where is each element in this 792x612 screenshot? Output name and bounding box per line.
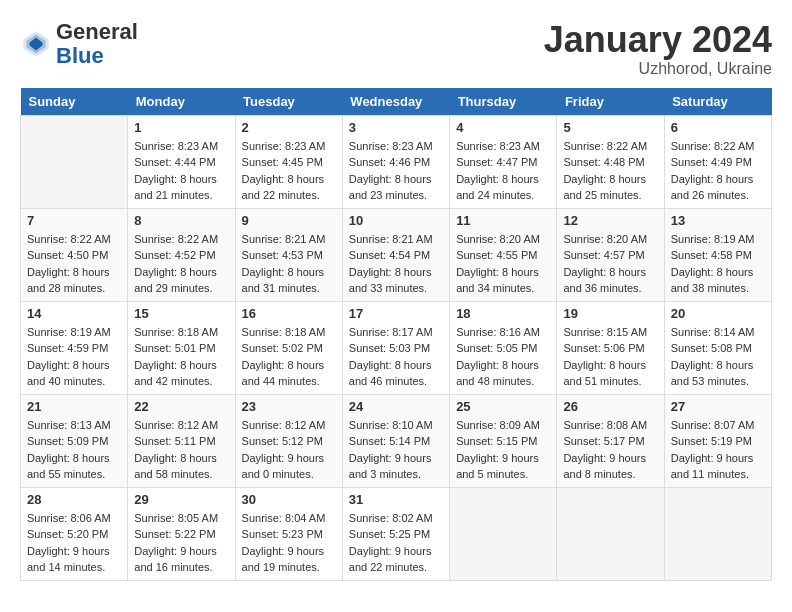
calendar-cell: 9 Sunrise: 8:21 AMSunset: 4:53 PMDayligh… <box>235 208 342 301</box>
calendar-cell <box>664 487 771 580</box>
day-info: Sunrise: 8:21 AMSunset: 4:54 PMDaylight:… <box>349 231 443 297</box>
week-row-3: 14 Sunrise: 8:19 AMSunset: 4:59 PMDaylig… <box>21 301 772 394</box>
day-number: 29 <box>134 492 228 507</box>
day-number: 3 <box>349 120 443 135</box>
day-info: Sunrise: 8:16 AMSunset: 5:05 PMDaylight:… <box>456 324 550 390</box>
day-number: 19 <box>563 306 657 321</box>
calendar-cell: 20 Sunrise: 8:14 AMSunset: 5:08 PMDaylig… <box>664 301 771 394</box>
day-number: 18 <box>456 306 550 321</box>
day-header-thursday: Thursday <box>450 88 557 116</box>
calendar-cell: 27 Sunrise: 8:07 AMSunset: 5:19 PMDaylig… <box>664 394 771 487</box>
week-row-4: 21 Sunrise: 8:13 AMSunset: 5:09 PMDaylig… <box>21 394 772 487</box>
day-number: 2 <box>242 120 336 135</box>
day-header-saturday: Saturday <box>664 88 771 116</box>
calendar-cell: 8 Sunrise: 8:22 AMSunset: 4:52 PMDayligh… <box>128 208 235 301</box>
calendar-cell: 15 Sunrise: 8:18 AMSunset: 5:01 PMDaylig… <box>128 301 235 394</box>
day-info: Sunrise: 8:13 AMSunset: 5:09 PMDaylight:… <box>27 417 121 483</box>
day-number: 31 <box>349 492 443 507</box>
day-number: 22 <box>134 399 228 414</box>
day-number: 1 <box>134 120 228 135</box>
week-row-2: 7 Sunrise: 8:22 AMSunset: 4:50 PMDayligh… <box>21 208 772 301</box>
logo-blue: Blue <box>56 43 104 68</box>
logo-icon <box>20 28 52 60</box>
day-info: Sunrise: 8:08 AMSunset: 5:17 PMDaylight:… <box>563 417 657 483</box>
day-number: 26 <box>563 399 657 414</box>
day-info: Sunrise: 8:02 AMSunset: 5:25 PMDaylight:… <box>349 510 443 576</box>
day-number: 17 <box>349 306 443 321</box>
day-header-wednesday: Wednesday <box>342 88 449 116</box>
day-number: 23 <box>242 399 336 414</box>
calendar-cell: 12 Sunrise: 8:20 AMSunset: 4:57 PMDaylig… <box>557 208 664 301</box>
day-number: 9 <box>242 213 336 228</box>
day-info: Sunrise: 8:10 AMSunset: 5:14 PMDaylight:… <box>349 417 443 483</box>
calendar-cell: 11 Sunrise: 8:20 AMSunset: 4:55 PMDaylig… <box>450 208 557 301</box>
calendar-cell: 5 Sunrise: 8:22 AMSunset: 4:48 PMDayligh… <box>557 115 664 208</box>
day-number: 4 <box>456 120 550 135</box>
day-number: 13 <box>671 213 765 228</box>
day-number: 11 <box>456 213 550 228</box>
day-info: Sunrise: 8:15 AMSunset: 5:06 PMDaylight:… <box>563 324 657 390</box>
day-info: Sunrise: 8:22 AMSunset: 4:49 PMDaylight:… <box>671 138 765 204</box>
day-info: Sunrise: 8:18 AMSunset: 5:01 PMDaylight:… <box>134 324 228 390</box>
day-number: 8 <box>134 213 228 228</box>
logo: General Blue <box>20 20 138 68</box>
calendar-cell: 4 Sunrise: 8:23 AMSunset: 4:47 PMDayligh… <box>450 115 557 208</box>
day-info: Sunrise: 8:18 AMSunset: 5:02 PMDaylight:… <box>242 324 336 390</box>
day-info: Sunrise: 8:04 AMSunset: 5:23 PMDaylight:… <box>242 510 336 576</box>
day-info: Sunrise: 8:17 AMSunset: 5:03 PMDaylight:… <box>349 324 443 390</box>
day-header-sunday: Sunday <box>21 88 128 116</box>
day-info: Sunrise: 8:12 AMSunset: 5:12 PMDaylight:… <box>242 417 336 483</box>
calendar-cell: 28 Sunrise: 8:06 AMSunset: 5:20 PMDaylig… <box>21 487 128 580</box>
day-header-monday: Monday <box>128 88 235 116</box>
day-info: Sunrise: 8:22 AMSunset: 4:52 PMDaylight:… <box>134 231 228 297</box>
logo-text: General Blue <box>56 20 138 68</box>
calendar-table: SundayMondayTuesdayWednesdayThursdayFrid… <box>20 88 772 581</box>
days-header-row: SundayMondayTuesdayWednesdayThursdayFrid… <box>21 88 772 116</box>
calendar-cell: 24 Sunrise: 8:10 AMSunset: 5:14 PMDaylig… <box>342 394 449 487</box>
week-row-5: 28 Sunrise: 8:06 AMSunset: 5:20 PMDaylig… <box>21 487 772 580</box>
day-number: 28 <box>27 492 121 507</box>
calendar-cell: 13 Sunrise: 8:19 AMSunset: 4:58 PMDaylig… <box>664 208 771 301</box>
calendar-cell: 19 Sunrise: 8:15 AMSunset: 5:06 PMDaylig… <box>557 301 664 394</box>
calendar-cell: 17 Sunrise: 8:17 AMSunset: 5:03 PMDaylig… <box>342 301 449 394</box>
month-title: January 2024 <box>544 20 772 60</box>
calendar-cell: 22 Sunrise: 8:12 AMSunset: 5:11 PMDaylig… <box>128 394 235 487</box>
day-info: Sunrise: 8:14 AMSunset: 5:08 PMDaylight:… <box>671 324 765 390</box>
calendar-cell: 29 Sunrise: 8:05 AMSunset: 5:22 PMDaylig… <box>128 487 235 580</box>
day-info: Sunrise: 8:20 AMSunset: 4:57 PMDaylight:… <box>563 231 657 297</box>
day-info: Sunrise: 8:07 AMSunset: 5:19 PMDaylight:… <box>671 417 765 483</box>
day-number: 30 <box>242 492 336 507</box>
calendar-cell <box>21 115 128 208</box>
calendar-cell: 10 Sunrise: 8:21 AMSunset: 4:54 PMDaylig… <box>342 208 449 301</box>
calendar-cell: 25 Sunrise: 8:09 AMSunset: 5:15 PMDaylig… <box>450 394 557 487</box>
day-number: 14 <box>27 306 121 321</box>
day-info: Sunrise: 8:23 AMSunset: 4:44 PMDaylight:… <box>134 138 228 204</box>
day-number: 16 <box>242 306 336 321</box>
calendar-cell: 21 Sunrise: 8:13 AMSunset: 5:09 PMDaylig… <box>21 394 128 487</box>
day-number: 25 <box>456 399 550 414</box>
day-number: 21 <box>27 399 121 414</box>
day-info: Sunrise: 8:19 AMSunset: 4:59 PMDaylight:… <box>27 324 121 390</box>
calendar-cell <box>557 487 664 580</box>
week-row-1: 1 Sunrise: 8:23 AMSunset: 4:44 PMDayligh… <box>21 115 772 208</box>
day-number: 15 <box>134 306 228 321</box>
day-number: 6 <box>671 120 765 135</box>
day-info: Sunrise: 8:21 AMSunset: 4:53 PMDaylight:… <box>242 231 336 297</box>
day-info: Sunrise: 8:12 AMSunset: 5:11 PMDaylight:… <box>134 417 228 483</box>
day-number: 20 <box>671 306 765 321</box>
calendar-cell: 1 Sunrise: 8:23 AMSunset: 4:44 PMDayligh… <box>128 115 235 208</box>
calendar-cell <box>450 487 557 580</box>
day-info: Sunrise: 8:19 AMSunset: 4:58 PMDaylight:… <box>671 231 765 297</box>
calendar-cell: 30 Sunrise: 8:04 AMSunset: 5:23 PMDaylig… <box>235 487 342 580</box>
calendar-cell: 3 Sunrise: 8:23 AMSunset: 4:46 PMDayligh… <box>342 115 449 208</box>
day-header-friday: Friday <box>557 88 664 116</box>
day-info: Sunrise: 8:09 AMSunset: 5:15 PMDaylight:… <box>456 417 550 483</box>
calendar-cell: 14 Sunrise: 8:19 AMSunset: 4:59 PMDaylig… <box>21 301 128 394</box>
calendar-cell: 31 Sunrise: 8:02 AMSunset: 5:25 PMDaylig… <box>342 487 449 580</box>
calendar-cell: 6 Sunrise: 8:22 AMSunset: 4:49 PMDayligh… <box>664 115 771 208</box>
calendar-cell: 23 Sunrise: 8:12 AMSunset: 5:12 PMDaylig… <box>235 394 342 487</box>
day-info: Sunrise: 8:23 AMSunset: 4:45 PMDaylight:… <box>242 138 336 204</box>
calendar-cell: 2 Sunrise: 8:23 AMSunset: 4:45 PMDayligh… <box>235 115 342 208</box>
day-info: Sunrise: 8:22 AMSunset: 4:48 PMDaylight:… <box>563 138 657 204</box>
day-info: Sunrise: 8:06 AMSunset: 5:20 PMDaylight:… <box>27 510 121 576</box>
